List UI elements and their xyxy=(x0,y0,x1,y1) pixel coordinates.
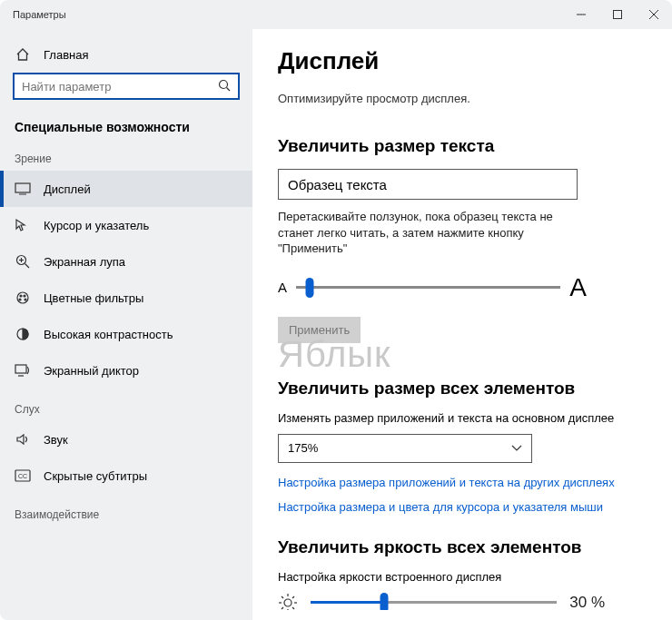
colorfilters-icon xyxy=(15,290,31,305)
svg-point-15 xyxy=(25,299,26,300)
text-size-hint: Перетаскивайте ползунок, пока образец те… xyxy=(278,209,587,257)
content-area: Дисплей Оптимизируйте просмотр дисплея. … xyxy=(252,29,672,610)
page-subtitle: Оптимизируйте просмотр дисплея. xyxy=(278,92,643,105)
sidebar-item-audio[interactable]: Звук xyxy=(0,421,252,458)
sidebar: Главная Специальные возможности Зрение Д… xyxy=(0,29,252,620)
brightness-icon xyxy=(278,593,298,610)
sidebar-item-magnifier[interactable]: Экранная лупа xyxy=(0,243,252,280)
link-cursor-settings[interactable]: Настройка размера и цвета для курсора и … xyxy=(278,500,643,514)
svg-line-5 xyxy=(227,87,231,91)
brightness-slider[interactable] xyxy=(311,601,557,604)
svg-point-13 xyxy=(20,295,22,297)
sidebar-item-label: Экранная лупа xyxy=(44,255,125,269)
sidebar-section-title: Специальные возможности xyxy=(0,116,252,143)
sidebar-group-hearing: Слух xyxy=(0,394,252,421)
svg-point-4 xyxy=(220,80,228,88)
svg-point-14 xyxy=(24,295,25,297)
sidebar-home[interactable]: Главная xyxy=(0,44,252,73)
display-icon xyxy=(15,182,31,195)
sidebar-item-label: Высокая контрастность xyxy=(44,328,173,341)
svg-rect-1 xyxy=(614,11,622,19)
link-other-displays[interactable]: Настройка размера приложений и текста на… xyxy=(278,476,643,489)
search-input[interactable] xyxy=(22,80,218,93)
sidebar-home-label: Главная xyxy=(44,48,88,62)
svg-point-12 xyxy=(17,292,28,303)
svg-line-28 xyxy=(292,607,294,609)
text-size-slider[interactable]: A A xyxy=(278,273,587,302)
page-title: Дисплей xyxy=(278,47,643,75)
svg-text:CC: CC xyxy=(18,473,27,479)
window-title: Параметры xyxy=(0,9,66,20)
sidebar-item-captions[interactable]: CC Скрытые субтитры xyxy=(0,458,252,494)
apply-button[interactable]: Применить xyxy=(278,317,361,343)
close-button[interactable] xyxy=(636,0,672,29)
svg-line-30 xyxy=(282,607,283,609)
sidebar-item-narrator[interactable]: Экранный диктор xyxy=(0,352,252,389)
scale-label: Изменять размер приложений и текста на о… xyxy=(278,411,643,425)
svg-rect-6 xyxy=(15,183,30,192)
sidebar-group-interaction: Взаимодействие xyxy=(0,499,252,527)
sidebar-group-vision: Зрение xyxy=(0,143,252,171)
magnifier-icon xyxy=(15,254,31,269)
svg-point-16 xyxy=(19,299,21,300)
search-icon xyxy=(218,79,231,94)
text-size-heading: Увеличить размер текста xyxy=(278,136,643,156)
svg-rect-18 xyxy=(15,365,26,373)
sidebar-item-label: Экранный диктор xyxy=(44,364,139,378)
large-a-icon: A xyxy=(569,273,587,302)
brightness-percent: 30 % xyxy=(569,594,605,610)
minimize-button[interactable] xyxy=(563,0,599,29)
sample-text-box: Образец текста xyxy=(278,169,578,200)
search-input-wrapper[interactable] xyxy=(13,73,240,100)
audio-icon xyxy=(15,432,31,447)
home-icon xyxy=(15,47,31,62)
sidebar-item-label: Курсор и указатель xyxy=(44,219,149,232)
narrator-icon xyxy=(15,363,31,378)
slider-thumb[interactable] xyxy=(305,278,313,298)
sidebar-item-highcontrast[interactable]: Высокая контрастность xyxy=(0,316,252,352)
brightness-thumb[interactable] xyxy=(380,593,389,610)
maximize-button[interactable] xyxy=(599,0,636,29)
sidebar-item-label: Скрытые субтитры xyxy=(44,469,147,483)
sidebar-item-display[interactable]: Дисплей xyxy=(0,171,252,207)
highcontrast-icon xyxy=(15,327,31,341)
chevron-down-icon xyxy=(511,443,522,454)
scale-select[interactable]: 175% xyxy=(278,434,532,463)
sidebar-item-cursor[interactable]: Курсор и указатель xyxy=(0,207,252,243)
sidebar-item-label: Цветные фильтры xyxy=(44,291,143,305)
brightness-label: Настройка яркости встроенного дисплея xyxy=(278,570,643,584)
svg-line-9 xyxy=(25,264,30,269)
svg-line-27 xyxy=(282,596,283,598)
title-bar: Параметры xyxy=(0,0,672,29)
svg-point-22 xyxy=(284,599,292,606)
scale-select-value: 175% xyxy=(288,441,318,455)
sample-text: Образец текста xyxy=(288,177,387,192)
sidebar-item-label: Дисплей xyxy=(44,182,91,196)
slider-track[interactable] xyxy=(296,286,560,289)
scale-heading: Увеличить размер всех элементов xyxy=(278,379,643,399)
captions-icon: CC xyxy=(15,469,31,482)
sidebar-item-colorfilters[interactable]: Цветные фильтры xyxy=(0,280,252,316)
sidebar-item-label: Звук xyxy=(44,433,68,447)
brightness-fill xyxy=(311,601,384,604)
cursor-icon xyxy=(15,218,31,232)
small-a-icon: A xyxy=(278,280,287,295)
svg-line-29 xyxy=(292,596,294,598)
brightness-heading: Увеличить яркость всех элементов xyxy=(278,537,643,557)
